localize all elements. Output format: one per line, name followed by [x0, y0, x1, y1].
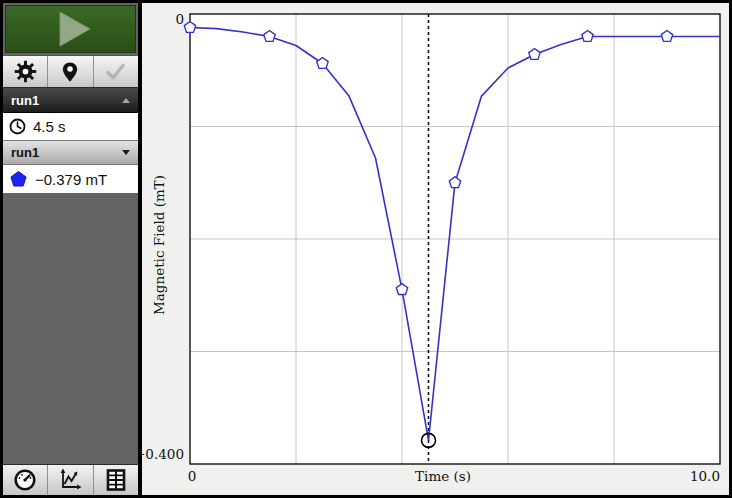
- play-icon: [43, 7, 99, 51]
- x-tick-label: 0: [188, 468, 197, 484]
- magnetic-field-vs-time-chart[interactable]: 0−0.400010.0Time (s)Magnetic Field (mT): [142, 3, 729, 495]
- gauge-meter-icon: [13, 468, 37, 492]
- meter-view-button[interactable]: [3, 465, 48, 495]
- table-view-button[interactable]: [94, 465, 138, 495]
- map-pin-icon: [59, 61, 81, 83]
- view-switcher: [3, 464, 138, 495]
- chart-panel: 0−0.400010.0Time (s)Magnetic Field (mT): [142, 3, 729, 495]
- run-title: run1: [11, 145, 39, 160]
- y-tick-label: 0: [175, 11, 184, 27]
- start-collection-button[interactable]: [5, 5, 136, 53]
- x-axis-title: Time (s): [415, 468, 471, 484]
- chevron-up-icon: [122, 98, 130, 103]
- sensor-reading-row[interactable]: −0.379 mT: [3, 165, 138, 193]
- sidebar: run1 4.5 s run1 −0.379 mT: [3, 3, 142, 495]
- chevron-down-icon: [122, 150, 130, 155]
- accept-button[interactable]: [94, 56, 138, 87]
- gear-icon: [14, 60, 37, 83]
- time-value: 4.5 s: [33, 118, 66, 135]
- run-panel-header-time[interactable]: run1: [3, 88, 138, 113]
- clock-icon: [9, 118, 26, 135]
- y-tick-label: −0.400: [142, 446, 184, 462]
- y-axis-title: Magnetic Field (mT): [151, 175, 167, 315]
- data-table-icon: [104, 468, 128, 492]
- app-window: run1 4.5 s run1 −0.379 mT: [0, 0, 732, 498]
- line-graph-icon: [58, 468, 82, 492]
- sidebar-toolbar: [3, 55, 138, 88]
- sensor-value: −0.379 mT: [35, 171, 107, 188]
- sidebar-spacer: [3, 193, 138, 464]
- settings-button[interactable]: [3, 56, 48, 87]
- run-panel-header-sensor[interactable]: run1: [3, 140, 138, 165]
- graph-view-button[interactable]: [48, 465, 93, 495]
- x-tick-label: 10.0: [690, 468, 720, 484]
- time-reading-row[interactable]: 4.5 s: [3, 113, 138, 140]
- run-title: run1: [11, 93, 39, 108]
- marker-button[interactable]: [48, 56, 93, 87]
- pentagon-icon: [9, 170, 28, 188]
- check-icon: [104, 60, 127, 83]
